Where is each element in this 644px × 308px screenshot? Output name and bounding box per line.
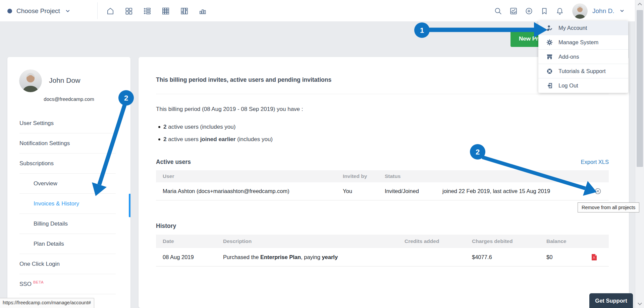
freedcamp-account-page: { "colors": { "annotation_blue": "#0e73c… <box>0 0 644 308</box>
account-sidebar: John Dow docs@freedcamp.com User Setting… <box>7 57 130 308</box>
table-row: Maria Ashton (docs+mariaashton@freedcamp… <box>156 182 609 200</box>
table-row: 08 Aug 2019 Purchased the Enterprise Pla… <box>156 248 609 266</box>
export-xls-link[interactable]: Export XLS <box>581 157 609 167</box>
sidebar-menu: User Settings Notification Settings Subs… <box>7 113 130 294</box>
cell-activity: joined 22 Feb 2019, last active 15 Aug 2… <box>442 188 595 194</box>
menu-item-my-account[interactable]: My Account <box>538 21 628 35</box>
sidebar-user-name: John Dow <box>49 76 80 84</box>
bookmarks-icon[interactable] <box>540 7 549 15</box>
task-list-icon[interactable] <box>143 7 152 15</box>
active-users-header-row: Active users Export XLS <box>156 157 609 167</box>
bar-chart-icon[interactable] <box>198 7 207 15</box>
avatar-photo <box>19 69 42 92</box>
topbar: Choose Project John D. <box>0 0 644 22</box>
col-credits-added: Credits added <box>405 238 472 244</box>
active-users-title: Active users <box>156 159 191 165</box>
menu-item-label: Add-ons <box>558 54 579 60</box>
remove-circle-icon <box>595 188 601 194</box>
menu-item-label: My Account <box>558 25 587 31</box>
store-icon <box>546 53 553 61</box>
menu-item-log-out[interactable]: Log Out <box>538 78 628 93</box>
menu-item-add-ons[interactable]: Add-ons <box>538 50 628 64</box>
sidebar-item-one-click-login[interactable]: One Click Login <box>7 254 130 274</box>
active-item-indicator <box>129 194 130 217</box>
sidebar-item-sso[interactable]: SSOBETA <box>7 274 130 294</box>
remove-user-button[interactable] <box>595 188 601 194</box>
remove-tooltip: Remove from all projects <box>578 202 639 212</box>
pdf-file-icon <box>591 254 597 261</box>
cell-charges: $4077.6 <box>472 254 546 260</box>
col-user: User <box>163 173 343 179</box>
link-status-bar: https://freedcamp.com/manage/account# <box>0 298 94 308</box>
dashboard-icon[interactable] <box>124 7 133 15</box>
topbar-action-icons <box>494 0 564 22</box>
table-header: User Invited by Status <box>156 170 609 182</box>
add-icon[interactable] <box>525 7 533 15</box>
project-selector[interactable]: Choose Project <box>7 0 71 22</box>
cell-invited-by: You <box>343 188 385 194</box>
active-users-table: User Invited by Status Maria Ashton (doc… <box>156 170 609 200</box>
chevron-down-icon <box>64 8 71 14</box>
invoice-pdf-button[interactable] <box>591 254 597 261</box>
col-date: Date <box>163 238 223 244</box>
heading-divider <box>156 94 609 94</box>
user-edit-icon <box>546 24 553 32</box>
tasks-inbox-icon[interactable] <box>509 7 518 15</box>
sidebar-item-user-settings[interactable]: User Settings <box>7 113 130 133</box>
search-icon[interactable] <box>494 7 502 15</box>
user-menu-trigger[interactable]: John D. <box>572 0 625 22</box>
cell-status: Invited/Joined <box>385 188 442 194</box>
scrollbar-thumb[interactable] <box>637 10 643 167</box>
gear-icon <box>546 39 553 46</box>
page-title: This billing period invites, active user… <box>156 76 331 83</box>
topbar-nav-icons <box>106 0 207 22</box>
get-support-button[interactable]: Get Support <box>589 293 633 308</box>
avatar-photo <box>572 3 588 19</box>
user-name: John D. <box>592 7 614 15</box>
sidebar-item-overview[interactable]: Overview <box>7 174 130 194</box>
user-avatar <box>572 3 588 19</box>
billing-summary-list: 2 active users (includes you) 2 active u… <box>156 123 273 147</box>
cell-description: Purchased the Enterprise Plan, paying ye… <box>223 254 405 260</box>
project-selector-label: Choose Project <box>16 7 60 15</box>
sidebar-item-subscriptions[interactable]: Subscriptions <box>7 153 130 174</box>
cell-date: 08 Aug 2019 <box>163 254 223 260</box>
topbar-divider <box>97 2 98 19</box>
col-status: Status <box>385 173 442 179</box>
user-avatar <box>19 69 42 92</box>
menu-item-tutorials-support[interactable]: Tutorials & Support <box>538 64 628 78</box>
project-color-dot <box>7 9 12 13</box>
menu-item-label: Manage System <box>558 39 598 46</box>
sidebar-item-invoices-history[interactable]: Invoices & History <box>7 194 130 214</box>
joined-earlier-bullet: 2 active users joined earlier (includes … <box>156 135 273 147</box>
user-dropdown-menu: My Account Manage System Add-ons Tutoria… <box>538 21 628 93</box>
sidebar-item-billing-details[interactable]: Billing Details <box>7 214 130 234</box>
sidebar-item-notification-settings[interactable]: Notification Settings <box>7 133 130 153</box>
col-balance: Balance <box>546 238 591 244</box>
notifications-icon[interactable] <box>555 7 564 15</box>
menu-item-label: Log Out <box>558 82 578 89</box>
billing-content: This billing period invites, active user… <box>139 57 629 308</box>
annotation-step1-badge <box>414 22 430 38</box>
table-header: Date Description Credits added Charges d… <box>156 235 609 248</box>
col-invited-by: Invited by <box>343 173 385 179</box>
sidebar-user-email: docs@freedcamp.com <box>7 96 130 102</box>
history-title: History <box>156 221 176 231</box>
beta-badge: BETA <box>33 280 44 284</box>
col-charges-debited: Charges debited <box>472 238 546 244</box>
kanban-board-icon[interactable] <box>180 7 189 15</box>
log-out-icon <box>546 82 553 89</box>
col-description: Description <box>223 238 405 244</box>
home-icon[interactable] <box>106 7 115 15</box>
active-users-bullet: 2 active users (includes you) <box>156 123 273 135</box>
grid-icon[interactable] <box>161 7 170 15</box>
cell-user: Maria Ashton (docs+mariaashton@freedcamp… <box>163 188 343 194</box>
menu-item-manage-system[interactable]: Manage System <box>538 35 628 50</box>
history-table: Date Description Credits added Charges d… <box>156 235 609 266</box>
sidebar-item-plan-details[interactable]: Plan Details <box>7 234 130 254</box>
scrollbar-down-arrow[interactable] <box>638 301 642 305</box>
annotation-step1-number: 1 <box>420 26 424 35</box>
page-scrollbar[interactable] <box>635 0 644 308</box>
help-buoy-icon <box>546 67 553 75</box>
scrollbar-up-arrow[interactable] <box>638 3 642 7</box>
